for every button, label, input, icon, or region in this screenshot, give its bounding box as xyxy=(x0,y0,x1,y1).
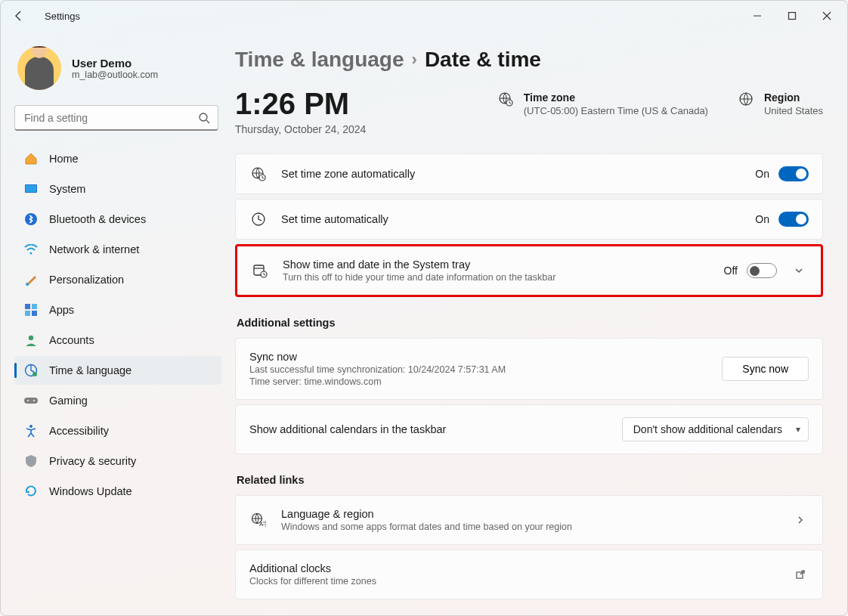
brush-icon xyxy=(23,272,39,287)
region-value: United States xyxy=(764,105,823,116)
svg-point-8 xyxy=(26,283,29,286)
nav-gaming[interactable]: Gaming xyxy=(14,386,221,415)
nav-home[interactable]: Home xyxy=(14,144,221,173)
card-auto-time[interactable]: Set time automatically On xyxy=(235,199,823,240)
user-profile[interactable]: User Demo m_lab@outlook.com xyxy=(17,46,218,90)
card-language-region[interactable]: A字 Language & region Windows and some ap… xyxy=(235,495,823,545)
gamepad-icon xyxy=(23,393,39,408)
timezone-info: Time zone (UTC-05:00) Eastern Time (US &… xyxy=(498,91,708,116)
toggle-tray-time[interactable] xyxy=(747,263,777,278)
nav-privacy[interactable]: Privacy & security xyxy=(14,447,221,475)
nav-label: Time & language xyxy=(49,364,132,376)
bluetooth-icon xyxy=(23,212,39,227)
toggle-auto-time[interactable] xyxy=(778,212,809,227)
toggle-state: Off xyxy=(724,265,738,277)
nav-label: Accessibility xyxy=(49,425,109,437)
wifi-icon xyxy=(23,242,39,257)
sync-now-button[interactable]: Sync now xyxy=(722,357,809,381)
timezone-value: (UTC-05:00) Eastern Time (US & Canada) xyxy=(524,105,708,116)
nav-accounts[interactable]: Accounts xyxy=(14,326,221,354)
avatar xyxy=(17,46,61,90)
accessibility-icon xyxy=(23,423,39,438)
nav-label: Apps xyxy=(49,304,74,316)
sync-title: Sync now xyxy=(249,351,708,363)
timezone-label: Time zone xyxy=(524,91,708,104)
expand-button[interactable] xyxy=(791,265,807,276)
nav-personalization[interactable]: Personalization xyxy=(14,265,221,294)
card-description: Turn this off to hide your time and date… xyxy=(283,272,710,283)
breadcrumb-parent[interactable]: Time & language xyxy=(235,48,404,72)
back-button[interactable] xyxy=(13,10,31,22)
minimize-button[interactable] xyxy=(740,4,775,28)
nav-label: Gaming xyxy=(49,395,88,407)
calendars-title: Show additional calendars in the taskbar xyxy=(249,423,608,435)
globe-clock-icon xyxy=(23,363,39,378)
svg-rect-10 xyxy=(32,304,37,309)
open-link-icon xyxy=(792,569,809,580)
svg-point-17 xyxy=(27,400,29,401)
svg-rect-1 xyxy=(789,13,796,20)
card-title: Set time automatically xyxy=(281,213,741,225)
nav-label: Network & internet xyxy=(49,243,139,255)
breadcrumb: Time & language › Date & time xyxy=(235,48,823,72)
nav-label: Privacy & security xyxy=(49,455,136,467)
update-icon xyxy=(23,484,39,499)
svg-rect-11 xyxy=(25,311,30,316)
toggle-state: On xyxy=(755,168,769,180)
person-icon xyxy=(23,333,39,348)
window-title: Settings xyxy=(45,11,740,22)
card-title: Set time zone automatically xyxy=(281,168,741,180)
search-input[interactable] xyxy=(23,111,198,125)
nav-label: Home xyxy=(49,153,79,165)
nav-bluetooth[interactable]: Bluetooth & devices xyxy=(14,205,221,234)
nav-label: System xyxy=(49,183,85,195)
language-icon: A字 xyxy=(249,512,268,528)
select-value: Don't show additional calendars xyxy=(633,423,782,435)
card-description: Windows and some apps format dates and t… xyxy=(281,522,778,532)
svg-point-15 xyxy=(32,372,37,376)
nav-accessibility[interactable]: Accessibility xyxy=(14,416,221,445)
svg-point-13 xyxy=(29,336,33,340)
card-additional-calendars: Show additional calendars in the taskbar… xyxy=(235,404,823,454)
nav-time-language[interactable]: Time & language xyxy=(14,356,221,385)
section-additional: Additional settings xyxy=(237,317,823,329)
nav-apps[interactable]: Apps xyxy=(14,296,221,324)
close-button[interactable] xyxy=(809,4,844,28)
card-auto-timezone[interactable]: Set time zone automatically On xyxy=(235,153,823,194)
globe-clock-icon xyxy=(249,166,268,181)
nav-label: Windows Update xyxy=(49,485,132,497)
sync-last: Last successful time synchronization: 10… xyxy=(249,364,708,375)
home-icon xyxy=(23,151,39,166)
chevron-right-icon: › xyxy=(412,50,417,70)
current-date: Thursday, October 24, 2024 xyxy=(235,123,366,135)
toggle-auto-timezone[interactable] xyxy=(778,166,809,181)
svg-point-7 xyxy=(30,252,32,255)
calendars-select[interactable]: Don't show additional calendars xyxy=(622,417,809,441)
region-info: Region United States xyxy=(738,91,823,116)
nav-label: Accounts xyxy=(49,334,94,346)
svg-rect-9 xyxy=(25,304,30,309)
nav-label: Personalization xyxy=(49,274,124,286)
section-related: Related links xyxy=(237,474,823,486)
nav-system[interactable]: System xyxy=(14,175,221,203)
calendar-clock-icon xyxy=(251,263,269,278)
search-box[interactable] xyxy=(14,105,218,131)
nav-network[interactable]: Network & internet xyxy=(14,235,221,264)
maximize-button[interactable] xyxy=(775,4,809,28)
search-icon xyxy=(198,112,210,124)
svg-line-3 xyxy=(206,120,209,123)
svg-text:A字: A字 xyxy=(259,521,266,528)
clock-icon xyxy=(249,212,268,227)
card-additional-clocks[interactable]: Additional clocks Clocks for different t… xyxy=(235,549,823,599)
card-system-tray-time[interactable]: Show time and date in the System tray Tu… xyxy=(235,244,823,297)
current-time: 1:26 PM xyxy=(235,88,366,119)
card-title: Additional clocks xyxy=(249,562,778,574)
card-sync-now: Sync now Last successful time synchroniz… xyxy=(235,338,823,400)
svg-point-2 xyxy=(200,113,207,121)
svg-rect-16 xyxy=(24,398,38,404)
shield-icon xyxy=(23,453,39,469)
nav-windows-update[interactable]: Windows Update xyxy=(14,477,221,506)
system-icon xyxy=(23,181,39,197)
apps-icon xyxy=(23,302,39,317)
breadcrumb-current: Date & time xyxy=(425,48,541,72)
